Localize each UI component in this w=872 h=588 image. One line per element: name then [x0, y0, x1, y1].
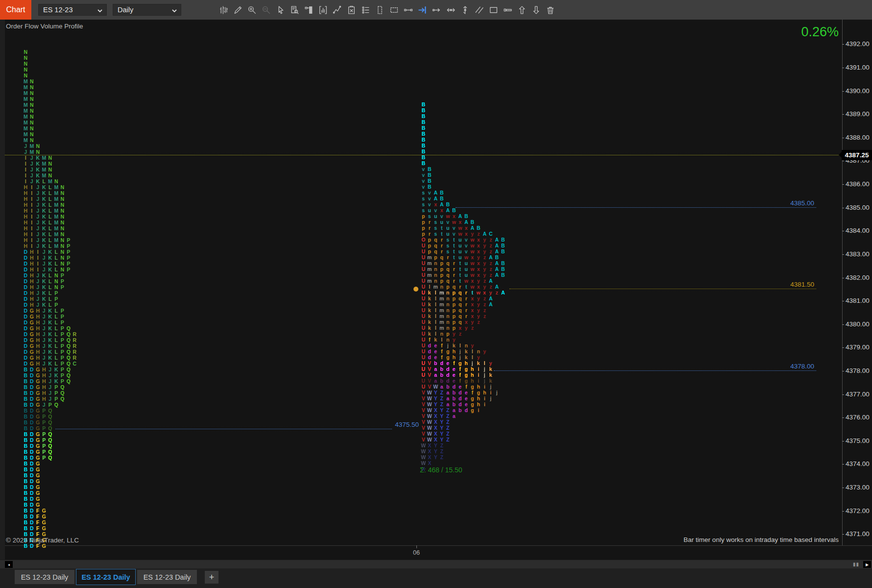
tpo-row-left: BDFG	[23, 517, 47, 523]
scroll-left-button[interactable]: ◂	[5, 561, 13, 568]
segment-icon[interactable]	[404, 5, 413, 15]
tpo-row-right: svAB	[420, 188, 445, 193]
tpo-row-right: suvxAB	[420, 205, 457, 211]
price-axis-label: 4375.00	[846, 437, 871, 444]
tpo-row-left: HIJKLMN	[23, 223, 66, 229]
add-tab-button[interactable]: +	[205, 571, 218, 584]
tpo-row-right: UklmnpqrxyzA	[420, 299, 494, 305]
price-axis-line	[842, 20, 843, 545]
tpo-row-left: HIJKLMN	[23, 212, 66, 217]
tpo-row-right: prstuvwxAB	[420, 223, 482, 228]
interval-select[interactable]: Daily	[113, 4, 181, 16]
chevron-down-icon	[171, 7, 177, 15]
chart-menu-button[interactable]: Chart	[0, 0, 31, 20]
tpo-row-left: BDGPQ	[23, 435, 53, 441]
pencil-icon[interactable]	[233, 5, 242, 15]
tpo-row-left: DGHJKLP	[23, 306, 66, 311]
price-axis-label: 4377.00	[846, 391, 871, 398]
scrollbar-grip-icon[interactable]: ▮▮	[853, 562, 859, 567]
instrument-select[interactable]: ES 12-23	[38, 4, 107, 16]
arrow-up-icon[interactable]	[517, 5, 527, 15]
tpo-row-left: BDG	[23, 465, 41, 470]
zoom-in-icon[interactable]	[247, 5, 257, 15]
tpo-row-right: VWXYZ	[420, 417, 451, 422]
snap-to-bar-icon[interactable]	[418, 5, 427, 15]
tpo-row-left: HIJKLMN	[23, 218, 66, 223]
tpo-row-left: JMN	[23, 141, 41, 147]
tpo-row-right: B	[420, 117, 427, 122]
price-axis-tick	[842, 324, 844, 325]
tpo-row-right: prsuvwxAB	[420, 217, 476, 222]
arrow-down-icon[interactable]	[532, 5, 541, 15]
time-axis-label: 06	[402, 549, 431, 556]
parallel-lines-icon[interactable]	[475, 5, 484, 15]
tpo-row-right: svxAB	[420, 199, 451, 205]
zoom-out-icon[interactable]	[262, 5, 271, 15]
clipboard-x-icon[interactable]	[347, 5, 356, 15]
polyline-icon[interactable]	[333, 5, 342, 15]
tpo-row-left: DHJKLP	[23, 288, 59, 294]
tpo-row-left: BDFG	[23, 529, 47, 535]
price-axis-label: 4373.00	[846, 484, 871, 491]
v-resize-icon[interactable]	[460, 5, 470, 15]
chart-tab-1[interactable]: ES 12-23 Daily	[15, 570, 74, 584]
tpo-row-right: B	[420, 123, 427, 128]
tpo-row-left: DHJKLP	[23, 300, 59, 305]
tpo-row-right: Uklmnpqrxyz	[420, 305, 488, 311]
tpo-row-left: HIJKLMNP	[23, 241, 72, 246]
vertical-range-icon[interactable]	[375, 5, 385, 15]
trash-icon[interactable]	[546, 5, 555, 15]
price-axis-tick	[842, 347, 844, 348]
tpo-row-left: BDGHJPQ	[23, 388, 66, 393]
list-icon[interactable]	[361, 5, 370, 15]
tpo-row-right: Udefjklny	[420, 341, 476, 346]
price-axis-tick	[842, 68, 844, 68]
bar-handle-icon[interactable]	[503, 5, 512, 15]
selection-rect-icon[interactable]	[389, 5, 399, 15]
tpo-row-right: VWXYZ	[420, 435, 451, 440]
chart-tab-3[interactable]: ES 12-23 Daily	[137, 570, 197, 584]
price-axis-label: 4379.00	[846, 343, 871, 351]
price-axis-label: 4380.00	[846, 320, 871, 328]
tpo-row-right: UpqrstuvwxyzAB	[420, 246, 506, 252]
copyright-text: © 2023 NinjaTrader, LLC	[6, 537, 79, 544]
price-axis-tick	[842, 534, 844, 535]
cursor-icon[interactable]	[276, 5, 285, 15]
tpo-row-left: MN	[23, 123, 35, 129]
price-axis-label: 4372.00	[846, 507, 871, 514]
tpo-row-right: VWXYZ	[420, 423, 451, 428]
tpo-row-left: MN	[23, 94, 35, 99]
tpo-row-left: HIJKLMN	[23, 200, 66, 205]
tpo-row-right: prstuvwxyzAC	[420, 229, 494, 234]
profile-sum-label: Σ: 468 / 15.50	[420, 466, 462, 474]
tpo-row-right: Udefghjklny	[420, 346, 488, 352]
chart-panel-icon[interactable]	[318, 5, 328, 15]
rectangle-icon[interactable]	[489, 5, 498, 15]
chart-bars-icon[interactable]	[219, 5, 228, 15]
panel-left-icon[interactable]	[304, 5, 314, 15]
tpo-row-left: BDGPQ	[23, 453, 53, 458]
data-box-icon[interactable]	[290, 5, 299, 15]
tpo-row-left: BDGHJKPQ	[23, 365, 72, 370]
price-axis-tick	[842, 184, 844, 185]
tpo-row-right: B	[420, 111, 427, 117]
tpo-row-left: DGHJKLPQR	[23, 329, 78, 335]
tpo-row-left: MN	[23, 100, 35, 105]
h-resize-icon[interactable]	[446, 5, 456, 15]
tpo-row-left: N	[23, 65, 29, 70]
tpo-row-right: B	[420, 99, 427, 105]
price-axis-tick	[842, 464, 844, 465]
arrow-right-icon[interactable]	[432, 5, 441, 15]
tpo-row-left: MN	[23, 88, 35, 94]
tpo-row-left: BDGHJPQ	[23, 394, 66, 399]
tpo-row-left: DGHJKLP	[23, 318, 66, 323]
scroll-right-button[interactable]: ▶	[863, 561, 871, 568]
tpo-row-right: UmnpqrtuwxyzAB	[420, 258, 506, 264]
tpo-row-left: DHIJKLNP	[23, 259, 72, 264]
chart-scrollbar[interactable]: ◂ ▮▮ ▶	[0, 560, 872, 569]
chart-tab-2[interactable]: ES 12-23 Daily	[76, 569, 136, 585]
price-axis-tick	[842, 511, 844, 512]
price-axis-tick	[842, 161, 844, 161]
tpo-row-left: DGHJKLP	[23, 312, 66, 317]
tpo-row-right: UVWabdefghij	[420, 382, 494, 387]
